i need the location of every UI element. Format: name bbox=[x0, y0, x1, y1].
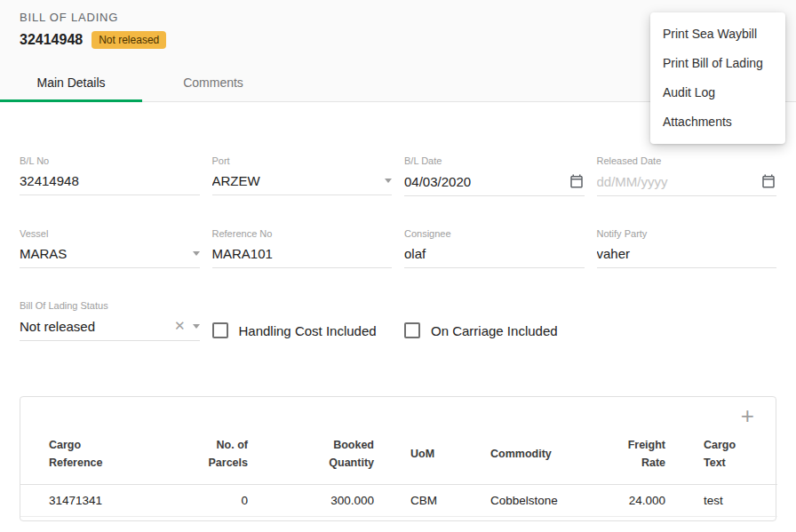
bl-status-label: Bill Of Lading Status bbox=[20, 300, 200, 311]
reference-no-label: Reference No bbox=[212, 228, 393, 239]
reference-no-input[interactable] bbox=[212, 246, 393, 261]
cell-commodity: Cobbelstone bbox=[490, 485, 589, 517]
bl-date-input[interactable] bbox=[404, 174, 561, 189]
on-carriage-included-option: On Carriage Included bbox=[404, 320, 585, 341]
col-uom: UoM bbox=[374, 431, 490, 485]
field-released-date: Released Date bbox=[597, 155, 777, 196]
bl-no-input[interactable] bbox=[20, 173, 200, 188]
add-cargo-icon[interactable]: + bbox=[741, 406, 754, 425]
released-date-label: Released Date bbox=[597, 155, 777, 166]
col-freight-rate: FreightRate bbox=[589, 431, 665, 485]
cell-cargo-reference: 31471341 bbox=[20, 485, 177, 517]
released-date-input[interactable] bbox=[597, 174, 754, 189]
cell-cargo-text: test bbox=[665, 485, 777, 517]
col-no-of-parcels: No. ofParcels bbox=[177, 431, 248, 485]
menu-item-print-sea-waybill[interactable]: Print Sea Waybill bbox=[650, 20, 785, 49]
vessel-value: MARAS bbox=[20, 246, 186, 261]
col-cargo-reference: CargoReference bbox=[20, 431, 177, 485]
clear-icon[interactable]: ✕ bbox=[174, 318, 186, 334]
field-port: Port ARZEW bbox=[212, 155, 393, 196]
cargo-table: CargoReference No. ofParcels BookedQuant… bbox=[20, 431, 777, 517]
handling-cost-included-option: Handling Cost Included bbox=[212, 320, 393, 341]
cargo-table-card: + CargoReference No. ofParcels BookedQua… bbox=[20, 396, 776, 521]
spacer bbox=[597, 300, 777, 341]
bl-date-label: B/L Date bbox=[404, 155, 585, 166]
bl-status-value: Not released bbox=[20, 319, 167, 334]
actions-menu: Print Sea Waybill Print Bill of Lading A… bbox=[650, 12, 785, 144]
status-badge: Not released bbox=[92, 31, 166, 49]
vessel-select[interactable]: MARAS bbox=[20, 246, 200, 268]
port-select[interactable]: ARZEW bbox=[212, 173, 393, 195]
cargo-table-header: CargoReference No. ofParcels BookedQuant… bbox=[20, 431, 777, 485]
vessel-label: Vessel bbox=[20, 228, 200, 239]
consignee-input[interactable] bbox=[404, 246, 585, 261]
field-reference-no: Reference No bbox=[212, 228, 393, 268]
col-commodity: Commodity bbox=[490, 431, 589, 485]
calendar-icon[interactable] bbox=[569, 173, 585, 189]
bl-no-label: B/L No bbox=[20, 155, 200, 166]
bl-number: 32414948 bbox=[20, 32, 83, 48]
on-carriage-checkbox[interactable] bbox=[404, 322, 420, 338]
chevron-down-icon bbox=[193, 324, 200, 329]
table-row[interactable]: 31471341 0 300.000 CBM Cobbelstone 24.00… bbox=[20, 485, 777, 517]
port-label: Port bbox=[212, 155, 393, 166]
notify-party-label: Notify Party bbox=[597, 228, 777, 239]
cell-freight-rate: 24.000 bbox=[589, 485, 665, 517]
on-carriage-label: On Carriage Included bbox=[431, 323, 558, 338]
menu-item-print-bill-of-lading[interactable]: Print Bill of Lading bbox=[650, 49, 785, 78]
field-bl-status: Bill Of Lading Status Not released ✕ bbox=[20, 300, 200, 341]
cell-no-of-parcels: 0 bbox=[177, 485, 248, 517]
field-bl-no: B/L No bbox=[20, 155, 200, 196]
tab-main-details[interactable]: Main Details bbox=[0, 63, 142, 101]
chevron-down-icon bbox=[193, 251, 200, 256]
bl-status-select[interactable]: Not released ✕ bbox=[20, 318, 200, 341]
chevron-down-icon bbox=[385, 179, 392, 183]
field-notify-party: Notify Party bbox=[597, 228, 777, 268]
field-vessel: Vessel MARAS bbox=[20, 228, 200, 268]
col-cargo-text: CargoText bbox=[665, 431, 777, 485]
handling-cost-label: Handling Cost Included bbox=[239, 323, 377, 338]
calendar-icon[interactable] bbox=[760, 173, 776, 189]
col-booked-quantity: BookedQuantity bbox=[248, 431, 374, 485]
menu-item-audit-log[interactable]: Audit Log bbox=[650, 78, 785, 107]
handling-cost-checkbox[interactable] bbox=[212, 322, 228, 338]
notify-party-input[interactable] bbox=[597, 246, 777, 261]
field-bl-date: B/L Date bbox=[404, 155, 585, 196]
cell-booked-quantity: 300.000 bbox=[248, 485, 374, 517]
menu-item-attachments[interactable]: Attachments bbox=[650, 107, 785, 137]
tab-comments[interactable]: Comments bbox=[142, 63, 284, 101]
port-value: ARZEW bbox=[212, 173, 378, 188]
cell-uom: CBM bbox=[374, 485, 490, 517]
field-consignee: Consignee bbox=[404, 228, 585, 268]
consignee-label: Consignee bbox=[404, 228, 585, 239]
